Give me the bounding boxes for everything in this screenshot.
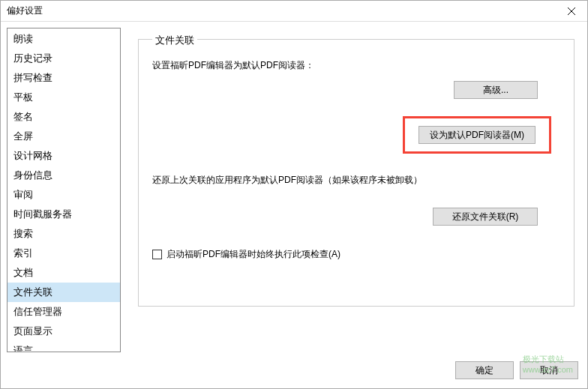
- category-sidebar[interactable]: 朗读历史记录拼写检查平板签名全屏设计网格身份信息审阅时间戳服务器搜索索引文档文件…: [7, 28, 121, 352]
- sidebar-item-2[interactable]: 拼写检查: [8, 68, 120, 88]
- sidebar-item-0[interactable]: 朗读: [8, 29, 120, 49]
- titlebar: 偏好设置: [1, 1, 587, 22]
- highlight-box: 设为默认PDF阅读器(M): [403, 116, 551, 154]
- preferences-window: 偏好设置 朗读历史记录拼写检查平板签名全屏设计网格身份信息审阅时间戳服务器搜索索…: [0, 0, 588, 389]
- sidebar-item-15[interactable]: 页面显示: [8, 322, 120, 341]
- sidebar-item-3[interactable]: 平板: [8, 88, 120, 107]
- ok-button[interactable]: 确定: [455, 361, 514, 379]
- sidebar-item-5[interactable]: 全屏: [8, 127, 120, 146]
- sidebar-item-4[interactable]: 签名: [8, 107, 120, 127]
- sidebar-item-6[interactable]: 设计网格: [8, 146, 120, 166]
- restore-section: 还原上次关联的应用程序为默认PDF阅读器（如果该程序未被卸载） 还原文件关联(R…: [152, 174, 560, 226]
- set-default-label: 设置福昕PDF编辑器为默认PDF阅读器：: [152, 59, 560, 72]
- always-check-label: 启动福昕PDF编辑器时始终执行此项检查(A): [166, 248, 340, 261]
- restore-file-association-button[interactable]: 还原文件关联(R): [433, 208, 538, 226]
- group-title: 文件关联: [152, 34, 197, 47]
- sidebar-item-14[interactable]: 信任管理器: [8, 302, 120, 322]
- sidebar-item-9[interactable]: 时间戳服务器: [8, 205, 120, 224]
- sidebar-item-10[interactable]: 搜索: [8, 224, 120, 244]
- sidebar-item-7[interactable]: 身份信息: [8, 166, 120, 185]
- close-icon: [568, 7, 575, 15]
- dialog-body: 朗读历史记录拼写检查平板签名全屏设计网格身份信息审阅时间戳服务器搜索索引文档文件…: [1, 22, 587, 358]
- sidebar-item-13[interactable]: 文件关联: [8, 283, 120, 302]
- always-check-row: 启动福昕PDF编辑器时始终执行此项检查(A): [152, 248, 560, 261]
- set-default-pdf-reader-button[interactable]: 设为默认PDF阅读器(M): [418, 126, 536, 144]
- sidebar-item-11[interactable]: 索引: [8, 244, 120, 263]
- advanced-button[interactable]: 高级...: [454, 81, 538, 99]
- file-association-group: 文件关联 设置福昕PDF编辑器为默认PDF阅读器： 高级... 设为默认PDF阅…: [138, 39, 574, 307]
- sidebar-item-12[interactable]: 文档: [8, 263, 120, 283]
- restore-label: 还原上次关联的应用程序为默认PDF阅读器（如果该程序未被卸载）: [152, 174, 560, 187]
- window-title: 偏好设置: [7, 4, 43, 17]
- always-check-checkbox[interactable]: [152, 250, 162, 259]
- close-button[interactable]: [556, 1, 587, 22]
- sidebar-item-16[interactable]: 语言: [8, 341, 120, 352]
- sidebar-item-8[interactable]: 审阅: [8, 185, 120, 205]
- cancel-button[interactable]: 取消: [520, 361, 578, 379]
- set-default-section: 设置福昕PDF编辑器为默认PDF阅读器： 高级...: [152, 59, 560, 99]
- dialog-footer: 确定 取消: [1, 358, 587, 388]
- main-panel: 文件关联 设置福昕PDF编辑器为默认PDF阅读器： 高级... 设为默认PDF阅…: [127, 28, 581, 352]
- sidebar-item-1[interactable]: 历史记录: [8, 49, 120, 68]
